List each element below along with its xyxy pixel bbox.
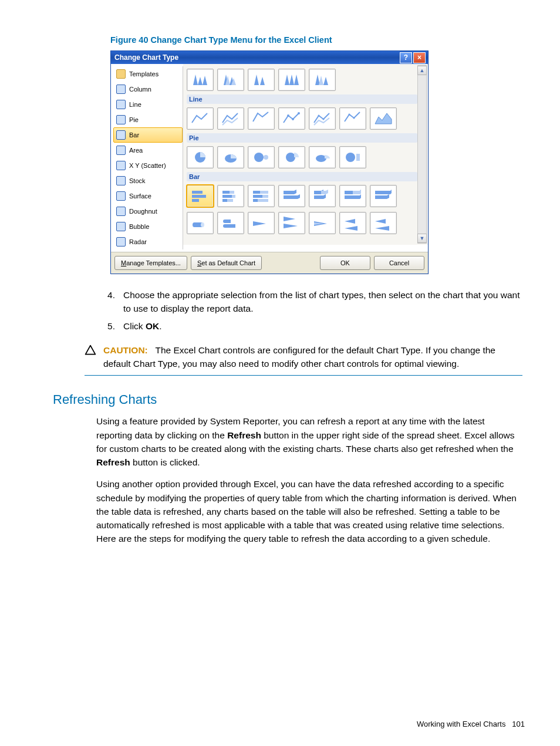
svg-marker-8 xyxy=(260,77,265,85)
help-icon[interactable]: ? xyxy=(400,52,412,63)
chart-thumb[interactable] xyxy=(187,212,214,234)
chart-thumb[interactable] xyxy=(370,107,397,130)
svg-marker-1 xyxy=(198,77,203,85)
chart-thumb[interactable] xyxy=(187,107,214,130)
svg-marker-63 xyxy=(253,221,266,226)
chart-thumb[interactable] xyxy=(370,212,397,234)
chart-thumb[interactable] xyxy=(339,146,366,168)
svg-point-16 xyxy=(292,118,294,120)
sidebar-item-surface[interactable]: Surface xyxy=(113,188,183,204)
svg-marker-22 xyxy=(375,113,392,124)
sidebar-item-label: Stock xyxy=(129,177,146,184)
doughnut-chart-icon xyxy=(116,207,126,216)
chart-thumb[interactable] xyxy=(278,107,305,130)
stock-chart-icon xyxy=(116,176,126,185)
sidebar-item-area[interactable]: Area xyxy=(113,143,183,158)
chart-thumb[interactable] xyxy=(309,185,336,207)
svg-marker-13 xyxy=(319,76,323,85)
svg-point-29 xyxy=(346,153,355,162)
chart-thumb[interactable] xyxy=(248,146,275,168)
svg-point-19 xyxy=(323,119,325,120)
chart-thumb[interactable] xyxy=(217,146,244,168)
svg-point-58 xyxy=(201,222,204,227)
svg-marker-47 xyxy=(284,194,300,199)
step-number: 5. xyxy=(96,319,115,333)
chart-thumb[interactable] xyxy=(278,185,305,207)
scrollbar[interactable]: ▲ ▼ xyxy=(417,65,427,244)
chart-thumb[interactable] xyxy=(217,185,244,207)
svg-point-27 xyxy=(286,153,295,162)
folder-icon xyxy=(116,69,126,79)
change-chart-type-dialog: Change Chart Type ? × Templates Column L… xyxy=(110,50,429,274)
chart-thumb[interactable] xyxy=(278,146,305,168)
chart-thumb[interactable] xyxy=(248,107,275,130)
sidebar-item-line[interactable]: Line xyxy=(113,97,183,112)
chart-thumb[interactable] xyxy=(309,107,336,130)
svg-marker-69 xyxy=(345,226,357,231)
svg-rect-45 xyxy=(258,199,268,202)
chart-thumb-selected[interactable] xyxy=(187,185,214,207)
svg-rect-35 xyxy=(230,191,234,194)
radar-chart-icon xyxy=(116,237,126,247)
manage-templates-button[interactable]: Manage Templates... xyxy=(114,256,187,270)
svg-rect-60 xyxy=(225,220,231,223)
bubble-chart-icon xyxy=(116,222,126,231)
sidebar-item-templates[interactable]: Templates xyxy=(113,66,183,82)
chart-thumb[interactable] xyxy=(309,212,336,234)
svg-rect-36 xyxy=(222,195,232,198)
chart-categories-sidebar: Templates Column Line Pie Bar xyxy=(113,66,183,249)
chart-thumb[interactable] xyxy=(278,212,305,234)
sidebar-item-bubble[interactable]: Bubble xyxy=(113,219,183,234)
chart-thumb[interactable] xyxy=(339,185,366,207)
chart-thumb[interactable] xyxy=(309,146,336,168)
svg-rect-41 xyxy=(260,191,268,194)
chart-thumb[interactable] xyxy=(339,212,366,234)
svg-marker-70 xyxy=(375,219,386,224)
svg-rect-30 xyxy=(356,154,360,161)
sidebar-item-radar[interactable]: Radar xyxy=(113,234,183,249)
chart-thumb[interactable] xyxy=(187,69,214,91)
chart-thumb[interactable] xyxy=(217,212,244,234)
scroll-up-icon[interactable]: ▲ xyxy=(417,66,427,75)
svg-rect-33 xyxy=(192,199,199,202)
svg-point-18 xyxy=(318,115,320,117)
sidebar-item-label: Templates xyxy=(129,70,158,77)
svg-marker-11 xyxy=(294,75,299,85)
chart-thumb[interactable] xyxy=(309,69,336,91)
set-as-default-chart-button[interactable]: Set as Default Chart xyxy=(191,256,262,270)
svg-rect-38 xyxy=(222,199,227,202)
chart-thumb[interactable] xyxy=(248,69,275,91)
svg-marker-64 xyxy=(284,217,295,221)
sidebar-item-xy-scatter[interactable]: X Y (Scatter) xyxy=(113,158,183,173)
chart-thumb[interactable] xyxy=(370,185,397,207)
chart-thumb[interactable] xyxy=(217,107,244,130)
caution-label: CAUTION: xyxy=(103,345,148,355)
step-body: Choose the appropriate selection from th… xyxy=(123,288,522,316)
sidebar-item-label: Radar xyxy=(129,238,147,245)
cancel-button[interactable]: Cancel xyxy=(374,256,424,270)
sidebar-item-stock[interactable]: Stock xyxy=(113,173,183,188)
chart-thumb[interactable] xyxy=(339,107,366,130)
chart-thumb[interactable] xyxy=(187,146,214,168)
ok-button[interactable]: OK xyxy=(320,256,370,270)
chart-thumb[interactable] xyxy=(217,69,244,91)
caution-text: The Excel Chart controls are configured … xyxy=(103,345,495,369)
chart-thumb[interactable] xyxy=(278,69,305,91)
step-5: 5. Click OK. xyxy=(96,319,522,333)
section-heading-refreshing-charts: Refreshing Charts xyxy=(53,392,541,407)
caution-block: CAUTION: The Excel Chart controls are co… xyxy=(85,343,522,376)
sidebar-item-bar[interactable]: Bar xyxy=(113,127,183,143)
svg-rect-31 xyxy=(192,191,203,194)
chart-thumb[interactable] xyxy=(248,212,275,234)
svg-rect-43 xyxy=(262,195,268,198)
sidebar-item-column[interactable]: Column xyxy=(113,82,183,97)
sidebar-item-pie[interactable]: Pie xyxy=(113,112,183,127)
svg-rect-34 xyxy=(222,191,230,194)
sidebar-item-doughnut[interactable]: Doughnut xyxy=(113,204,183,219)
step-number: 4. xyxy=(96,288,115,316)
svg-point-26 xyxy=(264,155,268,160)
scroll-down-icon[interactable]: ▼ xyxy=(417,234,427,243)
chart-gallery: Line Pie xyxy=(183,64,428,245)
chart-thumb[interactable] xyxy=(248,185,275,207)
close-icon[interactable]: × xyxy=(413,52,426,63)
